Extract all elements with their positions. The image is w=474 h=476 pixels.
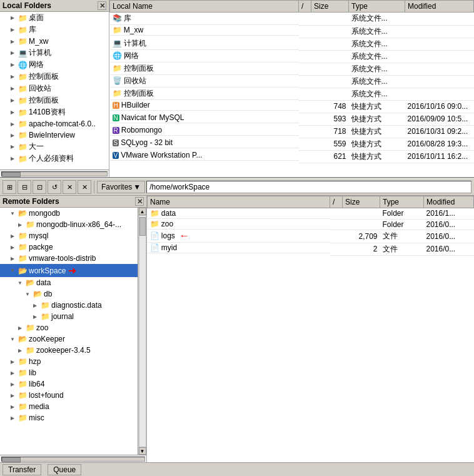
- expand-icon[interactable]: ▶: [8, 60, 18, 70]
- local-folders-hscroll[interactable]: [0, 170, 109, 177]
- local-tree-item-bwie[interactable]: ▶ 📁 BwieInterview: [0, 129, 109, 141]
- local-tree-item-apache[interactable]: ▶ 📁 apache-tomcat-6.0..: [0, 118, 109, 129]
- remote-scroll-track[interactable]: [139, 215, 146, 447]
- remote-tree-item-lib[interactable]: ▶ 📁 lib: [0, 367, 138, 378]
- transfer-tab[interactable]: Transfer: [3, 464, 41, 475]
- local-files-table[interactable]: Local Name / Size Type Modified 📚 库 系统文件…: [109, 0, 474, 177]
- local-tree-item-personal[interactable]: ▶ 📁 个人必须资料: [0, 153, 109, 165]
- local-hscroll-thumb[interactable]: [2, 172, 21, 177]
- expand-icon[interactable]: ▶: [8, 119, 18, 129]
- remote-scroll-up[interactable]: ▲: [139, 208, 146, 215]
- toolbar-btn-5[interactable]: ✕: [63, 180, 76, 194]
- expand-icon[interactable]: ▶: [8, 413, 18, 423]
- toolbar-btn-6[interactable]: ✕: [78, 180, 91, 194]
- local-folders-tree[interactable]: ▶ 📁 桌面 ▶ 📁 库 ▶ 📁 M_xw ▶ 💻 计算机 ▶ 🌐 网络 ▶ 📁…: [0, 12, 109, 170]
- remote-tree-item-packge[interactable]: ▶ 📁 packge: [0, 241, 138, 253]
- local-file-row[interactable]: 📚 库 系统文件...: [110, 13, 474, 26]
- remote-tree-item-vmware[interactable]: ▶ 📁 vmware-tools-distrib: [0, 253, 138, 264]
- expand-icon[interactable]: ▶: [8, 36, 18, 46]
- remote-tree-item-db[interactable]: ▼ 📂 db: [0, 288, 138, 300]
- remote-file-row[interactable]: 📁 zoo Folder 2016/0...: [148, 219, 474, 230]
- remote-tree-item-data[interactable]: ▼ 📂 data: [0, 277, 138, 288]
- expand-icon[interactable]: ▶: [8, 379, 18, 389]
- local-tree-item-recycle[interactable]: ▶ 📁 回收站: [0, 83, 109, 94]
- local-tree-item-desktop[interactable]: ▶ 📁 桌面: [0, 12, 109, 24]
- local-file-row[interactable]: 📁 控制面板 系统文件...: [110, 88, 474, 100]
- local-file-row[interactable]: S SQLyog - 32 bit 559 快捷方式 2016/08/28 19…: [110, 138, 474, 150]
- expand-icon[interactable]: ▶: [8, 84, 18, 94]
- expand-icon[interactable]: ▶: [8, 25, 18, 35]
- col-remote-modified[interactable]: Modified: [424, 196, 474, 208]
- col-local-name[interactable]: Local Name: [110, 1, 299, 13]
- toolbar-btn-4[interactable]: ↺: [48, 180, 61, 194]
- remote-tree-item-lostfound[interactable]: ▶ 📁 lost+found: [0, 390, 138, 401]
- remote-tree-item-zookeeper-345[interactable]: ▶ 📁 zookeeper-3.4.5: [0, 345, 138, 356]
- local-tree-item-network[interactable]: ▶ 🌐 网络: [0, 59, 109, 71]
- col-remote-name[interactable]: Name: [148, 196, 330, 208]
- expand-icon[interactable]: ▼: [23, 289, 33, 299]
- local-folders-close[interactable]: ✕: [98, 1, 106, 10]
- remote-tree-item-misc[interactable]: ▶ 📁 misc: [0, 412, 138, 423]
- local-file-row[interactable]: 🌐 网络 系统文件...: [110, 50, 474, 63]
- local-tree-item-computer[interactable]: ▶ 💻 计算机: [0, 47, 109, 59]
- expand-icon[interactable]: ▶: [30, 311, 40, 322]
- expand-icon[interactable]: ▼: [8, 266, 18, 276]
- expand-icon[interactable]: ▶: [8, 368, 18, 378]
- col-remote-size[interactable]: Size: [343, 196, 380, 208]
- remote-vscroll[interactable]: ▲ ▼: [138, 208, 146, 455]
- remote-hscroll[interactable]: [0, 455, 146, 462]
- col-local-size[interactable]: Size: [311, 1, 349, 13]
- expand-icon[interactable]: ▼: [8, 334, 18, 344]
- expand-icon[interactable]: ▶: [8, 130, 18, 140]
- expand-icon[interactable]: ▶: [8, 96, 18, 106]
- expand-icon[interactable]: ▶: [8, 357, 18, 367]
- remote-files-table[interactable]: Name / Size Type Modified 📁 data Folder …: [147, 196, 474, 462]
- expand-icon[interactable]: ▶: [15, 323, 25, 333]
- col-local-type[interactable]: Type: [349, 1, 405, 13]
- local-tree-item-1410b[interactable]: ▶ 📁 1410B资料: [0, 106, 109, 118]
- expand-icon[interactable]: ▶: [8, 390, 18, 400]
- remote-tree-item-mongodb[interactable]: ▼ 📂 mongodb: [0, 208, 138, 219]
- remote-tree-item-journal[interactable]: ▶ 📁 journal: [0, 311, 138, 322]
- remote-tree-item-mysql[interactable]: ▶ 📁 mysql: [0, 230, 138, 241]
- remote-hscroll-thumb[interactable]: [2, 457, 21, 462]
- expand-icon[interactable]: ▼: [15, 278, 25, 288]
- remote-folders-close[interactable]: ✕: [135, 197, 144, 206]
- remote-hscroll-track[interactable]: [1, 457, 145, 462]
- path-display[interactable]: /home/workSpace: [146, 181, 471, 193]
- toolbar-btn-2[interactable]: ⊟: [18, 180, 31, 194]
- remote-scroll-thumb[interactable]: [139, 217, 146, 236]
- expand-icon[interactable]: ▶: [8, 242, 18, 252]
- local-tree-item-ku[interactable]: ▶ 📁 库: [0, 24, 109, 36]
- expand-icon[interactable]: ▶: [15, 345, 25, 355]
- local-hscroll-track[interactable]: [1, 171, 108, 176]
- col-local-modified[interactable]: Modified: [405, 1, 474, 13]
- remote-tree-item-workspace[interactable]: ▼ 📂 workSpace ➜: [0, 264, 138, 277]
- remote-tree-item-media[interactable]: ▶ 📁 media: [0, 401, 138, 412]
- col-local-slash[interactable]: /: [299, 1, 311, 13]
- remote-scroll-down[interactable]: ▼: [139, 447, 146, 455]
- remote-tree-item-zoo[interactable]: ▶ 📁 zoo: [0, 322, 138, 333]
- expand-icon[interactable]: ▼: [8, 208, 18, 218]
- local-file-row[interactable]: R Robomongo 718 快捷方式 2016/10/31 09:2...: [110, 125, 474, 138]
- expand-icon[interactable]: ▶: [30, 300, 40, 310]
- local-file-row[interactable]: 📁 控制面板 系统文件...: [110, 63, 474, 75]
- local-tree-item-daxue[interactable]: ▶ 📁 大一: [0, 141, 109, 153]
- local-tree-item-controlpanel[interactable]: ▶ 📁 控制面板: [0, 71, 109, 83]
- remote-file-row[interactable]: 📄 myid 2 文件 2016/0...: [148, 243, 474, 255]
- local-tree-item-mxw[interactable]: ▶ 📁 M_xw: [0, 36, 109, 47]
- expand-icon[interactable]: ▶: [8, 154, 18, 164]
- expand-icon[interactable]: ▶: [8, 13, 18, 23]
- toolbar-btn-3[interactable]: ⊡: [33, 180, 46, 194]
- local-file-row[interactable]: H HBuilder 748 快捷方式 2016/10/16 09:0...: [110, 100, 474, 113]
- col-remote-type[interactable]: Type: [380, 196, 424, 208]
- local-file-row[interactable]: 💻 计算机 系统文件...: [110, 38, 474, 50]
- remote-tree-item-hzp[interactable]: ▶ 📁 hzp: [0, 356, 138, 367]
- expand-icon[interactable]: ▶: [8, 108, 18, 118]
- expand-icon[interactable]: ▶: [8, 72, 18, 82]
- expand-icon[interactable]: ▶: [15, 220, 25, 230]
- expand-icon[interactable]: ▶: [8, 231, 18, 241]
- local-file-row[interactable]: N Navicat for MySQL 593 快捷方式 2016/09/09 …: [110, 113, 474, 125]
- expand-icon[interactable]: ▶: [8, 253, 18, 263]
- remote-file-row[interactable]: 📄 logs ← 2,709 文件 2016/0...: [148, 230, 474, 243]
